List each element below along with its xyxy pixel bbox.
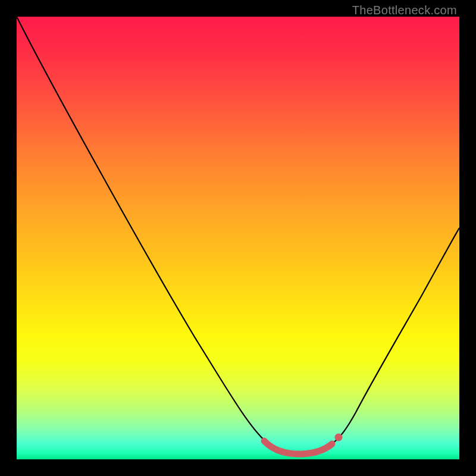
- bottleneck-curve: [17, 17, 459, 454]
- valley-highlight: [264, 441, 332, 454]
- watermark-label: TheBottleneck.com: [352, 4, 457, 17]
- curve-layer: [17, 17, 459, 459]
- valley-end-dot: [335, 434, 343, 441]
- plot-area: [17, 17, 459, 459]
- chart-frame: TheBottleneck.com: [0, 0, 476, 476]
